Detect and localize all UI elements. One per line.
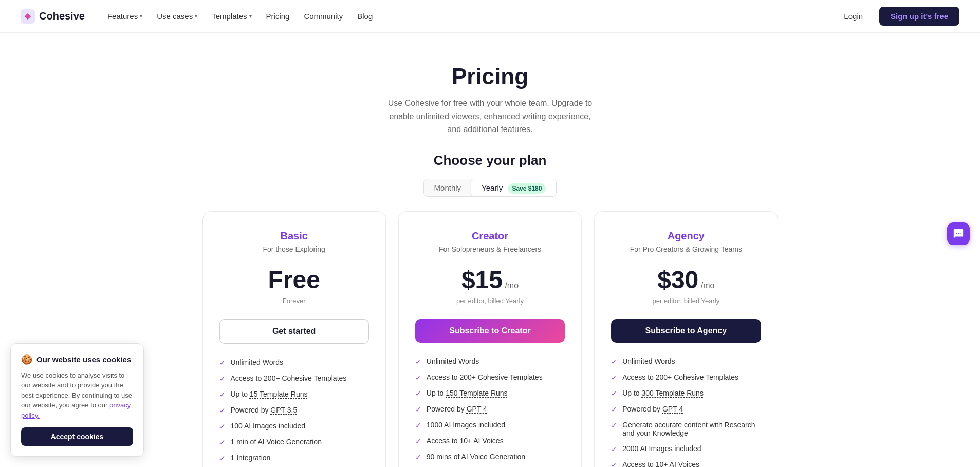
list-item: ✓ Powered by GPT 4 <box>611 405 761 414</box>
check-icon: ✓ <box>415 373 421 382</box>
nav-links: Features ▾ Use cases ▾ Templates ▾ Prici… <box>101 8 379 25</box>
check-icon: ✓ <box>415 453 421 461</box>
list-item: ✓ 100 AI Images included <box>219 422 369 431</box>
list-item: ✓ Up to 150 Template Runs <box>415 389 565 398</box>
price-suffix-agency: /mo <box>701 281 715 290</box>
page-subtitle: Use Cohesive for free with your whole te… <box>382 97 598 136</box>
check-icon: ✓ <box>611 445 617 453</box>
nav-templates[interactable]: Templates ▾ <box>206 8 257 25</box>
list-item: ✓ Up to 15 Template Runs <box>219 390 369 399</box>
plan-price-agency: $30 /mo <box>611 266 761 294</box>
check-icon: ✓ <box>415 405 421 414</box>
check-icon: ✓ <box>415 389 421 398</box>
pricing-header: Pricing Use Cohesive for free with your … <box>202 64 778 136</box>
chat-icon <box>953 228 964 239</box>
list-item: ✓ Access to 200+ Cohesive Templates <box>611 373 761 382</box>
cookie-title: 🍪 Our website uses cookies <box>21 354 133 365</box>
nav-blog[interactable]: Blog <box>351 8 379 25</box>
navbar-left: Cohesive Features ▾ Use cases ▾ Template… <box>21 8 379 25</box>
plan-card-agency: Agency For Pro Creators & Growing Teams … <box>594 211 778 467</box>
cta-basic-button[interactable]: Get started <box>219 319 369 344</box>
logo-text: Cohesive <box>39 10 85 22</box>
check-icon: ✓ <box>611 405 617 414</box>
cta-agency-button[interactable]: Subscribe to Agency <box>611 319 761 343</box>
plan-name-agency: Agency <box>611 230 761 242</box>
monthly-toggle[interactable]: Monthly <box>424 179 472 196</box>
list-item: ✓ Access to 200+ Cohesive Templates <box>415 373 565 382</box>
check-icon: ✓ <box>611 373 617 382</box>
plan-card-basic: Basic For those Exploring Free Forever G… <box>202 211 386 467</box>
list-item: ✓ 90 mins of AI Voice Generation <box>415 453 565 461</box>
check-icon: ✓ <box>219 422 226 431</box>
list-item: ✓ Access to 10+ AI Voices <box>611 460 761 467</box>
list-item: ✓ Access to 200+ Cohesive Templates <box>219 374 369 383</box>
svg-point-1 <box>26 14 30 18</box>
nav-community[interactable]: Community <box>298 8 349 25</box>
logo[interactable]: Cohesive <box>21 9 85 24</box>
plans-grid: Basic For those Exploring Free Forever G… <box>202 211 778 467</box>
check-icon: ✓ <box>219 438 226 446</box>
save-badge: Save $180 <box>508 183 546 194</box>
features-list-creator: ✓ Unlimited Words ✓ Access to 200+ Cohes… <box>415 357 565 467</box>
check-icon: ✓ <box>219 375 226 383</box>
plan-period-creator: per editor, billed Yearly <box>415 297 565 305</box>
logo-icon <box>21 9 35 24</box>
list-item: ✓ Up to 300 Template Runs <box>611 389 761 398</box>
list-item: ✓ 1 Integration <box>219 454 369 462</box>
cookie-text: We use cookies to analyse visits to our … <box>21 370 133 421</box>
chevron-down-icon: ▾ <box>195 13 197 19</box>
list-item: ✓ 1000 AI Images included <box>415 421 565 429</box>
plan-price-basic: Free <box>219 266 369 294</box>
navbar-right: Login Sign up it's free <box>834 7 959 26</box>
list-item: ✓ Powered by GPT 4 <box>415 405 565 414</box>
accept-cookies-button[interactable]: Accept cookies <box>21 427 133 446</box>
features-list-basic: ✓ Unlimited Words ✓ Access to 200+ Cohes… <box>219 358 369 462</box>
plan-period-agency: per editor, billed Yearly <box>611 297 761 305</box>
yearly-toggle[interactable]: Yearly Save $180 <box>471 179 556 196</box>
check-icon: ✓ <box>219 406 226 415</box>
svg-point-4 <box>960 232 961 233</box>
chevron-down-icon: ▾ <box>140 13 142 19</box>
signup-button[interactable]: Sign up it's free <box>879 7 959 26</box>
nav-pricing[interactable]: Pricing <box>260 8 296 25</box>
price-value-basic: Free <box>268 266 320 293</box>
list-item: ✓ Unlimited Words <box>611 357 761 366</box>
chevron-down-icon: ▾ <box>249 13 252 19</box>
navbar: Cohesive Features ▾ Use cases ▾ Template… <box>0 0 980 33</box>
signup-highlight: it's free <box>921 12 948 21</box>
check-icon: ✓ <box>611 421 617 429</box>
check-icon: ✓ <box>219 390 226 399</box>
list-item: ✓ Generate accurate content with Researc… <box>611 421 761 437</box>
check-icon: ✓ <box>611 461 617 467</box>
plan-tagline-creator: For Solopreneurs & Freelancers <box>415 245 565 253</box>
plan-card-creator: Creator For Solopreneurs & Freelancers $… <box>398 211 582 467</box>
check-icon: ✓ <box>415 421 421 429</box>
check-icon: ✓ <box>611 389 617 398</box>
plan-price-creator: $15 /mo <box>415 266 565 294</box>
price-value-agency: $30 <box>657 266 698 293</box>
check-icon: ✓ <box>219 454 226 462</box>
nav-features[interactable]: Features ▾ <box>101 8 149 25</box>
list-item: ✓ Powered by GPT 3.5 <box>219 406 369 415</box>
check-icon: ✓ <box>611 358 617 366</box>
check-icon: ✓ <box>415 358 421 366</box>
list-item: ✓ Unlimited Words <box>415 357 565 366</box>
main-content: Pricing Use Cohesive for free with your … <box>182 33 799 467</box>
features-list-agency: ✓ Unlimited Words ✓ Access to 200+ Cohes… <box>611 357 761 467</box>
check-icon: ✓ <box>219 359 226 367</box>
list-item: ✓ Access to 10+ AI Voices <box>415 437 565 445</box>
nav-use-cases[interactable]: Use cases ▾ <box>151 8 204 25</box>
plan-tagline-agency: For Pro Creators & Growing Teams <box>611 245 761 253</box>
svg-point-2 <box>956 232 957 233</box>
billing-toggle: Monthly Yearly Save $180 <box>423 179 557 197</box>
check-icon: ✓ <box>415 437 421 445</box>
list-item: ✓ 1 min of AI Voice Generation <box>219 438 369 446</box>
login-button[interactable]: Login <box>834 8 873 25</box>
chat-widget[interactable] <box>947 222 970 245</box>
choose-plan-title: Choose your plan <box>202 153 778 169</box>
plan-period-basic: Forever <box>219 297 369 305</box>
price-suffix-creator: /mo <box>505 281 519 290</box>
cta-creator-button[interactable]: Subscribe to Creator <box>415 319 565 343</box>
plan-name-basic: Basic <box>219 230 369 242</box>
cookie-banner: 🍪 Our website uses cookies We use cookie… <box>10 343 144 457</box>
